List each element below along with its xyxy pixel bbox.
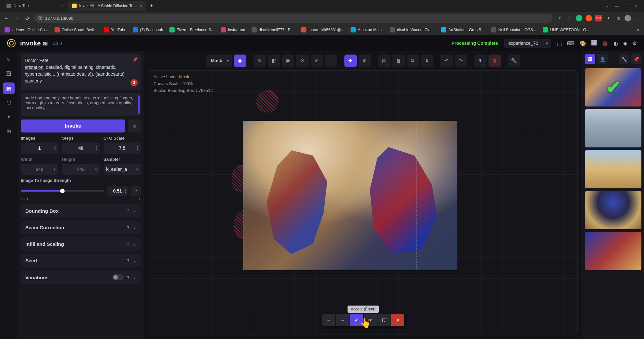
accordion-seed[interactable]: Seed ?⌄ bbox=[21, 254, 141, 267]
pin-icon[interactable]: 📌 bbox=[132, 56, 138, 63]
gallery-results-tab[interactable]: 🖼 bbox=[585, 54, 595, 64]
sampler-select[interactable]: ▾ bbox=[104, 164, 141, 175]
bookmark-overflow[interactable]: » bbox=[637, 28, 639, 32]
minimize-icon[interactable]: — bbox=[614, 4, 619, 8]
images-input[interactable]: ▲▼ bbox=[21, 143, 58, 154]
gallery-thumbnail[interactable] bbox=[585, 191, 641, 229]
bookmark-item[interactable]: (7) Facebook bbox=[133, 27, 163, 32]
canvas-settings[interactable]: 🔧 bbox=[508, 55, 520, 67]
share-icon[interactable]: ⇪ bbox=[556, 15, 563, 21]
language-icon[interactable]: 🅰 bbox=[591, 40, 597, 46]
menu-icon[interactable]: ⋮ bbox=[634, 15, 641, 21]
profile-avatar[interactable] bbox=[625, 15, 631, 21]
cfg-input[interactable]: ▲▼ bbox=[104, 143, 141, 154]
close-icon[interactable]: × bbox=[634, 4, 637, 8]
extension-icon[interactable]: ABP bbox=[595, 15, 602, 21]
clear-mask[interactable]: ✕ bbox=[296, 55, 309, 67]
bookmark-item[interactable]: LINE WEBTOON - G... bbox=[543, 27, 589, 32]
github-icon[interactable]: ◐ bbox=[613, 40, 618, 46]
accordion-infill-scaling[interactable]: Infill and Scaling ?⌄ bbox=[21, 237, 141, 251]
reload-button[interactable]: ⟳ bbox=[24, 15, 31, 21]
gallery-thumbnail[interactable] bbox=[585, 109, 641, 147]
brush-tool[interactable]: ✎ bbox=[254, 55, 266, 67]
upload-button[interactable]: ⬆ bbox=[474, 55, 487, 67]
clear-canvas[interactable]: 🗑 bbox=[489, 55, 501, 67]
bookmark-item[interactable]: Amazon Music bbox=[351, 27, 383, 32]
model-select[interactable]: experience_70 bbox=[504, 39, 551, 48]
staging-next[interactable]: → bbox=[336, 314, 349, 326]
rail-txt2img[interactable]: ✎ bbox=[3, 54, 15, 66]
sidepanel-icon[interactable]: ▥ bbox=[615, 15, 621, 21]
keyboard-icon[interactable]: ⌨ bbox=[567, 40, 575, 46]
merge-visible[interactable]: ▤ bbox=[378, 55, 390, 67]
accordion-variations[interactable]: Variations ?⌄ bbox=[21, 270, 141, 284]
color-picker-tool[interactable]: ✐ bbox=[311, 55, 323, 67]
fill-tool[interactable]: ▣ bbox=[282, 55, 294, 67]
gallery-pin[interactable]: 📌 bbox=[631, 54, 641, 64]
settings-icon[interactable]: ⚙ bbox=[632, 40, 637, 46]
stepper-icon[interactable]: ▲▼ bbox=[54, 145, 56, 151]
help-icon[interactable]: ? bbox=[127, 208, 130, 213]
negative-prompt-input[interactable]: nude bad anatomy, bad hands, text, error… bbox=[21, 93, 141, 116]
accordion-seam-correction[interactable]: Seam Correction ?⌄ bbox=[21, 221, 141, 234]
i2i-strength-slider[interactable] bbox=[21, 190, 104, 192]
extension-icon[interactable] bbox=[586, 15, 592, 21]
bookmark-item[interactable]: Instagram bbox=[221, 27, 245, 32]
forward-button[interactable]: → bbox=[14, 15, 20, 21]
bookmark-item[interactable]: Neil Fontaine | CGS... bbox=[491, 27, 536, 32]
new-tab-button[interactable]: + bbox=[147, 3, 156, 9]
help-icon[interactable]: ? bbox=[127, 275, 130, 280]
copy-to-clipboard[interactable]: ⧉ bbox=[407, 55, 419, 67]
bookmark-item[interactable]: Udemy - Online Co... bbox=[5, 27, 48, 32]
positive-prompt-input[interactable]: 📌 Doctor Fate artstation, detailed, digi… bbox=[21, 54, 141, 90]
reset-view[interactable]: ⊕ bbox=[359, 55, 371, 67]
undo-button[interactable]: ↶ bbox=[440, 55, 453, 67]
bookmark-star-icon[interactable]: ☆ bbox=[566, 15, 573, 21]
redo-button[interactable]: ↷ bbox=[455, 55, 467, 67]
gallery-settings[interactable]: 🔧 bbox=[619, 54, 629, 64]
brush-options[interactable]: ≡ bbox=[325, 55, 337, 67]
extension-icon[interactable] bbox=[576, 15, 582, 21]
bookmark-item[interactable]: Online Sports Betti... bbox=[55, 27, 97, 32]
bookmark-item[interactable]: Inbox - klk56831@... bbox=[301, 27, 344, 32]
rail-img2img[interactable]: 🖼 bbox=[3, 68, 15, 80]
download-image[interactable]: ⬇ bbox=[421, 55, 433, 67]
mask-options-button[interactable]: ◉ bbox=[234, 55, 246, 67]
layer-select[interactable]: Mask bbox=[206, 55, 232, 67]
help-icon[interactable]: ? bbox=[127, 225, 130, 230]
invoke-button[interactable]: Invoke bbox=[21, 119, 125, 132]
cancel-button[interactable]: ⊘ bbox=[128, 119, 141, 132]
bookmark-item[interactable]: ArtStation - Greg R... bbox=[441, 27, 485, 32]
browser-tab[interactable]: New Tab × bbox=[3, 1, 68, 11]
canvas-image[interactable] bbox=[243, 121, 457, 270]
palette-icon[interactable]: 🎨 bbox=[580, 40, 586, 46]
staging-save[interactable]: 🖫 bbox=[378, 314, 390, 326]
bookmark-item[interactable]: disable Wacom Circ... bbox=[390, 27, 435, 32]
steps-input[interactable]: ▲▼ bbox=[62, 143, 99, 154]
stepper-icon[interactable]: ▲▼ bbox=[124, 189, 127, 193]
help-icon[interactable]: ? bbox=[127, 242, 130, 246]
help-icon[interactable]: ? bbox=[127, 258, 130, 263]
caret-down-icon[interactable]: ⌄ bbox=[605, 4, 609, 8]
browser-tab[interactable]: InvokeAI - A Stable Diffusion To… × bbox=[68, 1, 146, 11]
back-button[interactable]: ← bbox=[3, 15, 10, 21]
bookmark-item[interactable]: Fiverr - Freelance S... bbox=[169, 27, 214, 32]
discord-icon[interactable]: ◆ bbox=[623, 40, 627, 46]
gallery-thumbnail[interactable] bbox=[585, 68, 641, 107]
staging-toggle-view[interactable]: 👁 bbox=[364, 314, 377, 326]
height-select[interactable]: ▾ bbox=[62, 164, 99, 175]
save-to-gallery[interactable]: 🖫 bbox=[392, 55, 405, 67]
eraser-tool[interactable]: ◧ bbox=[268, 55, 280, 67]
move-tool[interactable]: ✥ bbox=[344, 55, 357, 67]
rail-unified-canvas[interactable]: ▦ bbox=[3, 82, 15, 94]
rail-postprocess[interactable]: ✦ bbox=[3, 111, 15, 123]
staging-discard[interactable]: ✕ bbox=[391, 314, 404, 326]
url-input[interactable]: ⓘ 127.0.0.1:9090 bbox=[34, 14, 552, 23]
width-select[interactable]: ▾ bbox=[21, 164, 58, 175]
gallery-uploads-tab[interactable]: 👤 bbox=[597, 54, 608, 64]
reset-button[interactable]: ↺ bbox=[131, 186, 141, 196]
stepper-icon[interactable]: ▲▼ bbox=[95, 145, 98, 151]
canvas-viewport[interactable]: Active Layer: Mask Canvas Scale: 100% Sc… bbox=[149, 70, 578, 334]
extensions-icon[interactable]: ✦ bbox=[605, 15, 612, 21]
close-icon[interactable]: × bbox=[140, 4, 142, 8]
